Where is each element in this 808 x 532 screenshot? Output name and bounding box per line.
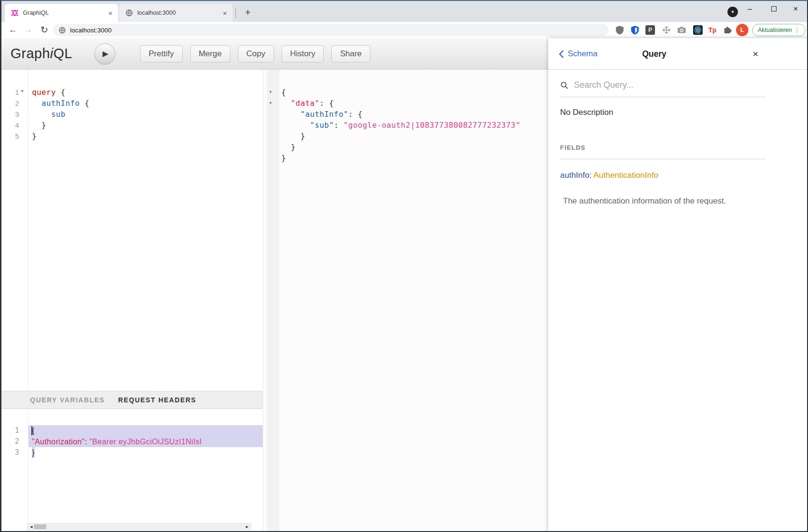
history-button[interactable]: History xyxy=(282,45,324,62)
doc-explorer: Schema Query × No Description FIELDS aut… xyxy=(548,38,808,532)
prettify-button[interactable]: Prettify xyxy=(140,45,183,62)
search-icon xyxy=(560,81,569,90)
tab-title: localhost:3000 xyxy=(137,10,223,16)
fold-arrow-icon[interactable]: ▾ xyxy=(269,89,272,94)
tab-query-variables[interactable]: QUERY VARIABLES xyxy=(30,396,105,404)
tampermonkey-extension-icon[interactable]: Tp xyxy=(708,25,718,35)
update-label: Aktualisieren xyxy=(758,27,792,33)
url-text: localhost:3000 xyxy=(70,27,112,34)
selection-highlight xyxy=(29,425,263,436)
fields-section-label: FIELDS xyxy=(560,144,766,151)
fold-arrow-icon[interactable]: ▾ xyxy=(269,100,272,105)
field-description: The authentication information of the re… xyxy=(560,196,766,206)
no-description-text: No Description xyxy=(560,108,766,117)
window-close-button[interactable]: × xyxy=(788,1,804,17)
graphiql-panes: 1 2 3 4 5 ▾ query { authInfo { sub } } Q… xyxy=(0,70,548,532)
browser-update-button[interactable]: Aktualisieren ⋮ xyxy=(752,24,806,36)
address-bar[interactable]: localhost:3000 xyxy=(53,24,608,36)
fold-arrow-icon[interactable]: ▾ xyxy=(21,88,23,93)
doc-search-input[interactable] xyxy=(574,80,766,90)
globe-icon xyxy=(125,9,133,17)
browser-tab-strip: GraphiQL × localhost:3000 × + ▾ – × xyxy=(0,0,808,22)
tab-request-headers[interactable]: REQUEST HEADERS xyxy=(118,396,196,404)
react-devtools-extension-icon[interactable] xyxy=(693,25,703,35)
ublock-extension-icon[interactable] xyxy=(615,25,624,35)
doc-title: Query xyxy=(548,38,760,70)
gutter-divider xyxy=(28,70,29,391)
execute-query-button[interactable]: ▶ xyxy=(94,43,115,64)
graphiql-browser-window: { "glyphs": { "close_x": "×", "plus": "+… xyxy=(0,0,808,532)
scroll-left-icon[interactable]: ◄ xyxy=(29,524,33,530)
graphql-logo-icon xyxy=(11,9,19,17)
request-headers-editor[interactable]: 1 { 2 "Authorization": "Bearer eyJhbGciO… xyxy=(0,409,263,532)
query-column: 1 2 3 4 5 ▾ query { authInfo { sub } } Q… xyxy=(0,70,263,532)
browser-toolbar: ← → ↻ localhost:3000 P Tp L Aktualisiere… xyxy=(0,22,808,38)
doc-close-button[interactable]: × xyxy=(753,38,758,70)
new-tab-button[interactable]: + xyxy=(241,6,255,19)
horizontal-scrollbar[interactable]: ◄ ► xyxy=(27,523,251,530)
tab-separator xyxy=(235,8,236,18)
back-button[interactable]: ← xyxy=(6,22,20,38)
tab-localhost[interactable]: localhost:3000 × xyxy=(119,4,233,22)
query-code: query { authInfo { sub } } xyxy=(32,87,89,142)
forward-button[interactable]: → xyxy=(21,22,35,38)
result-json: { "data": { "authInfo": { "sub": "google… xyxy=(281,87,521,164)
tab-close-icon[interactable]: × xyxy=(108,9,113,17)
result-fold-gutter xyxy=(267,70,279,532)
move-crosshair-extension-icon[interactable] xyxy=(662,25,671,35)
field-authinfo: authInfo: AuthenticationInfo xyxy=(560,171,766,180)
query-line-numbers: 1 2 3 4 5 xyxy=(0,87,19,142)
tab-close-icon[interactable]: × xyxy=(223,9,227,17)
p-extension-icon[interactable]: P xyxy=(645,25,655,35)
doc-search-box[interactable] xyxy=(560,70,766,97)
play-icon: ▶ xyxy=(102,49,108,58)
window-minimize-button[interactable]: – xyxy=(742,1,758,17)
graphiql-logo: GraphiQL xyxy=(10,46,72,61)
bitwarden-extension-icon[interactable] xyxy=(630,25,640,35)
merge-button[interactable]: Merge xyxy=(190,45,230,62)
query-editor[interactable]: 1 2 3 4 5 ▾ query { authInfo { sub } } xyxy=(0,70,263,391)
extensions-puzzle-icon[interactable] xyxy=(723,25,732,35)
window-maximize-button[interactable] xyxy=(766,1,782,17)
maximize-icon xyxy=(771,6,777,11)
tab-title: GraphiQL xyxy=(23,10,108,16)
reload-button[interactable]: ↻ xyxy=(37,22,51,38)
scroll-right-icon[interactable]: ► xyxy=(245,524,249,530)
field-type-link[interactable]: AuthenticationInfo xyxy=(593,171,658,180)
doc-explorer-body: No Description FIELDS authInfo: Authenti… xyxy=(548,70,808,206)
profile-avatar[interactable]: L xyxy=(736,24,748,36)
secondary-editor-tabs: QUERY VARIABLES REQUEST HEADERS xyxy=(0,391,263,409)
fields-divider xyxy=(560,159,766,159)
globe-icon xyxy=(59,27,66,34)
copy-button[interactable]: Copy xyxy=(238,45,274,62)
result-viewer[interactable]: ▾ ▾ { "data": { "authInfo": { "sub": "go… xyxy=(263,70,548,532)
tab-graphiql[interactable]: GraphiQL × xyxy=(5,4,118,22)
scrollbar-thumb[interactable] xyxy=(34,524,46,529)
graphiql-toolbar: GraphiQL ▶ Prettify Merge Copy History S… xyxy=(0,38,548,70)
share-button[interactable]: Share xyxy=(331,45,370,62)
field-name-link[interactable]: authInfo xyxy=(560,171,589,180)
doc-explorer-header: Schema Query × xyxy=(548,38,808,70)
camera-extension-icon[interactable] xyxy=(677,25,686,35)
menu-dots-icon[interactable]: ⋮ xyxy=(794,27,800,33)
chevron-down-button[interactable]: ▾ xyxy=(727,7,738,17)
